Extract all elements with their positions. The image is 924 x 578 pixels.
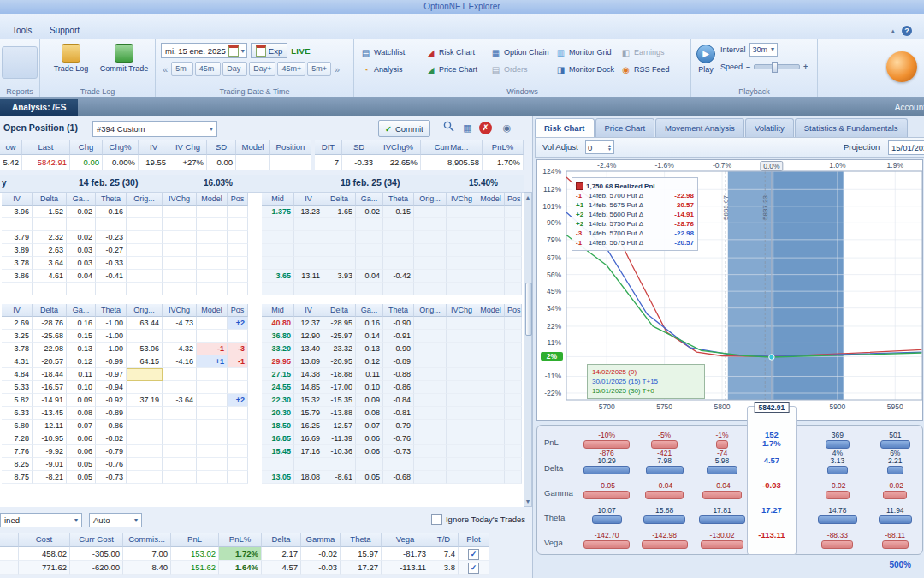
column-header[interactable]: Delta (323, 304, 356, 317)
chain-cell[interactable]: 7.28 (2, 432, 33, 445)
column-header[interactable]: Delta (33, 193, 67, 206)
chain-cell[interactable]: -17.00 (323, 381, 356, 394)
tab-volatility[interactable]: Volatility (745, 118, 794, 137)
chain-cell[interactable] (197, 317, 228, 330)
trades-cell[interactable]: 1.64% (219, 561, 262, 575)
checkbox-icon[interactable] (431, 514, 442, 525)
chain-cell[interactable] (356, 231, 383, 244)
column-header[interactable]: Chg% (103, 140, 139, 155)
vol-adjust-spinner[interactable]: 0 ▲▼ (585, 140, 614, 154)
chain-cell[interactable] (505, 206, 522, 218)
chain-cell[interactable] (414, 343, 447, 355)
chain-cell[interactable] (197, 257, 228, 270)
chain-cell[interactable] (447, 355, 477, 368)
column-header[interactable]: Theta (383, 304, 414, 317)
chain-cell[interactable]: -0.90 (383, 343, 414, 355)
column-header[interactable]: Model (477, 304, 505, 317)
chain-cell[interactable]: 6.33 (2, 407, 33, 420)
chain-cell[interactable]: -0.68 (383, 471, 414, 484)
chain-cell[interactable]: 3.64 (33, 257, 67, 270)
chain-cell[interactable]: 0.09 (67, 394, 96, 407)
chain-cell[interactable] (505, 394, 522, 407)
chain-cell[interactable] (163, 244, 197, 257)
chain-cell[interactable] (447, 381, 477, 394)
chain-cell[interactable]: 37.19 (127, 394, 163, 407)
chain-cell[interactable] (163, 407, 197, 420)
column-header[interactable]: ow (0, 140, 22, 155)
chain-cell[interactable]: -0.23 (96, 231, 127, 244)
chain-cell[interactable]: +2 (228, 317, 248, 330)
chain-cell[interactable] (477, 330, 505, 343)
chain-cell[interactable] (414, 381, 447, 394)
chain-cell[interactable] (197, 407, 228, 420)
chain-cell[interactable]: 0.12 (67, 355, 96, 368)
exp-button[interactable]: Exp (251, 43, 287, 58)
column-header[interactable]: IVChg (163, 304, 197, 317)
greeks-cell[interactable]: -0.04 (639, 481, 690, 499)
chain-cell[interactable] (477, 420, 505, 432)
chain-cell[interactable]: 3.65 (262, 270, 294, 283)
chain-cell[interactable] (477, 231, 505, 244)
greeks-cell[interactable]: -0.04 (696, 481, 748, 499)
greeks-cell[interactable]: -0.05 (581, 481, 632, 499)
chain-cell[interactable] (447, 283, 477, 295)
scroll-up-icon[interactable]: ▲ (524, 194, 531, 200)
chain-cell[interactable] (228, 471, 248, 484)
chain-cell[interactable] (383, 218, 414, 231)
chain-cell[interactable] (447, 407, 477, 420)
column-header[interactable]: Orig... (127, 304, 163, 317)
chain-cell[interactable]: 13.23 (294, 206, 323, 218)
chain-cell[interactable]: -15.35 (323, 394, 356, 407)
chain-cell[interactable]: -0.27 (96, 244, 127, 257)
column-header[interactable]: IV (2, 193, 33, 206)
chain-cell[interactable]: 0.16 (67, 317, 96, 330)
column-header[interactable]: Delta (33, 304, 67, 317)
chain-cell[interactable] (33, 218, 67, 231)
chain-cell[interactable]: 13.89 (294, 355, 323, 368)
chain-cell[interactable] (447, 458, 477, 471)
chain-cell[interactable] (127, 244, 163, 257)
chain-cell[interactable] (477, 355, 505, 368)
chain-cell[interactable] (127, 471, 163, 484)
chain-cell[interactable]: -0.15 (383, 206, 414, 218)
chain-cell[interactable]: 5.33 (2, 381, 33, 394)
chain-cell[interactable] (477, 317, 505, 330)
chain-cell[interactable]: -0.42 (383, 270, 414, 283)
chain-cell[interactable]: -13.45 (33, 407, 67, 420)
chain-cell[interactable] (163, 471, 197, 484)
chain-cell[interactable] (477, 445, 505, 458)
chain-cell[interactable] (127, 420, 163, 432)
chain-cell[interactable]: -9.92 (33, 445, 67, 458)
chain-scrollbar[interactable]: ▲ ▼ (524, 192, 532, 507)
chain-cell[interactable] (323, 283, 356, 295)
chain-cell[interactable]: 1.52 (33, 206, 67, 218)
chain-cell[interactable] (505, 343, 522, 355)
tab-account[interactable]: Account (885, 99, 924, 116)
chain-cell[interactable] (228, 381, 248, 394)
column-header[interactable]: IV (2, 304, 33, 317)
chain-cell[interactable]: -0.76 (383, 432, 414, 445)
chain-cell[interactable]: 0.16 (356, 317, 383, 330)
chain-cell[interactable]: -0.16 (96, 206, 127, 218)
chain-cell[interactable] (505, 231, 522, 244)
summary-cell[interactable]: 22.65% (376, 155, 421, 170)
summary-cell[interactable]: 19.55 (139, 155, 169, 170)
position-selector[interactable]: #394 Custom ▾ (92, 121, 217, 137)
summary-cell[interactable] (270, 155, 311, 170)
chain-cell[interactable] (356, 244, 383, 257)
column-header[interactable]: Mid (262, 304, 294, 317)
chain-cell[interactable] (323, 244, 356, 257)
chain-cell[interactable] (197, 420, 228, 432)
chain-cell[interactable]: 24.55 (262, 381, 294, 394)
chain-cell[interactable]: 18.50 (262, 420, 294, 432)
chain-cell[interactable]: -10.95 (33, 432, 67, 445)
chain-cell[interactable]: 5.82 (2, 394, 33, 407)
chain-cell[interactable]: 0.11 (67, 368, 96, 381)
chain-cell[interactable] (447, 270, 477, 283)
chain-cell[interactable] (414, 270, 447, 283)
chain-cell[interactable] (383, 458, 414, 471)
greeks-cell[interactable]: 1521.7% (746, 431, 797, 448)
chain-cell[interactable] (127, 206, 163, 218)
chain-cell[interactable] (477, 343, 505, 355)
greeks-cell[interactable]: 11.94 (869, 506, 921, 524)
